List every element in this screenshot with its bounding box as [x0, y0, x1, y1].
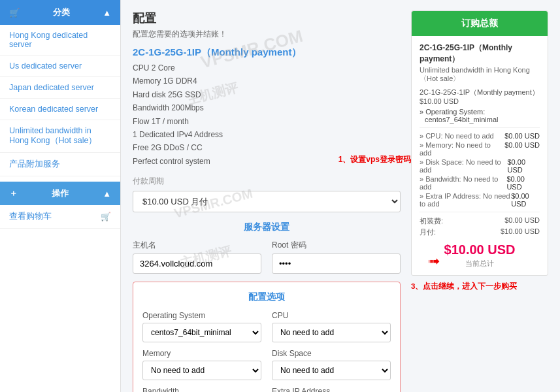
order-price-label: 2C-1G-25G-1IP（Monthly payment）	[420, 88, 539, 96]
order-os-value: centos7_64bit_minimal	[420, 116, 540, 123]
annotation-step3: 3、点击继续，进入下一步购买	[411, 281, 548, 292]
plus-icon: ＋	[9, 188, 18, 199]
spec-memory: Memory 1G DDR4	[133, 74, 401, 88]
config-options-title: 配置选项	[142, 291, 391, 303]
order-extra-ip-label: » Extra IP Address: No need to add	[420, 192, 511, 208]
main-content: VPSMR.COM 主机测评 VPSMR.COM 主机测评 配置 配置您需要的选…	[121, 0, 560, 392]
spec-control: Perfect control system	[133, 155, 401, 168]
sidebar-item-korean-dedicated[interactable]: Korean dedicated server	[0, 99, 120, 120]
order-monthly-label: 月付:	[420, 227, 436, 237]
order-body: 2C-1G-25G-1IP（Monthly payment） Unlimited…	[412, 36, 548, 275]
root-password-group: Root 密码 ➟	[272, 240, 401, 274]
order-disk-price: $0.00 USD	[507, 158, 540, 174]
sidebar-category-header: 🛒 分类 ▲	[0, 0, 120, 25]
order-price-value: $10.00 USD	[420, 97, 459, 105]
disk-label: Disk Space	[272, 349, 391, 358]
order-header: 订购总额	[412, 11, 548, 36]
order-setup-row: 初装费: $0.00 USD	[420, 216, 540, 226]
spec-ipv4: 1 Dedicated IPv4 Address	[133, 128, 401, 141]
order-bandwidth-line: » Bandwidth: No need to add $0.00 USD	[420, 175, 540, 191]
order-monthly-row: 月付: $10.00 USD	[420, 227, 540, 237]
order-monthly-value: $10.00 USD	[501, 227, 540, 237]
cpu-group: CPU No need to add	[272, 311, 391, 342]
order-memory-line: » Memory: No need to add $0.00 USD	[420, 141, 540, 157]
billing-period-label: 付款周期	[133, 176, 401, 187]
order-disk-label: » Disk Space: No need to add	[420, 158, 507, 174]
os-group: Operating System centos7_64bit_minimal	[142, 311, 261, 342]
billing-period-select[interactable]: $10.00 USD 月付	[133, 191, 401, 212]
cart-icon2: 🛒	[101, 212, 111, 221]
memory-select[interactable]: No need to add	[142, 361, 261, 380]
os-label: Operating System	[142, 311, 261, 320]
page-title: 配置	[133, 10, 401, 26]
order-total-label: 当前总计	[420, 259, 540, 269]
order-total: $10.00 USD	[420, 242, 540, 257]
sidebar-action-header: ＋ 操作 ▲	[0, 182, 120, 205]
order-product-name: 2C-1G-25G-1IP（Monthly payment）	[420, 42, 540, 65]
order-setup-label: 初装费:	[420, 216, 443, 226]
order-os-label: » Operating System:	[420, 108, 540, 116]
sidebar: 🛒 分类 ▲ Hong Kong dedicated server Us ded…	[0, 0, 121, 392]
spec-cpu: CPU 2 Core	[133, 61, 401, 74]
extra-ip-group: Extra IP Address No need to add	[272, 387, 391, 392]
memory-group: Memory No need to add	[142, 349, 261, 380]
hostname-input[interactable]	[133, 253, 261, 274]
spec-ddos: Free 2G DDoS / CC	[133, 141, 401, 154]
spec-disk: Hard disk 25G SSD	[133, 88, 401, 101]
hostname-label: 主机名	[133, 240, 261, 251]
cart-link-label: 查看购物车	[9, 211, 52, 222]
bandwidth-group: Bandwidth No need to add	[142, 387, 261, 392]
root-password-label: Root 密码	[272, 240, 401, 251]
cpu-select[interactable]: No need to add	[272, 323, 391, 342]
order-cpu-label: » CPU: No need to add	[420, 132, 494, 140]
order-memory-label: » Memory: No need to add	[420, 141, 504, 157]
order-bandwidth-price: $0.00 USD	[506, 175, 540, 191]
order-disk-line: » Disk Space: No need to add $0.00 USD	[420, 158, 540, 174]
config-row-mem-disk: Memory No need to add Disk Space No need…	[142, 349, 391, 380]
order-bandwidth-label: » Bandwidth: No need to add	[420, 175, 506, 191]
server-form-row: 主机名 Root 密码 ➟	[133, 240, 401, 274]
order-cpu-price: $0.00 USD	[504, 132, 540, 140]
config-row-os-cpu: Operating System centos7_64bit_minimal C…	[142, 311, 391, 342]
page-subtitle: 配置您需要的选项并结账！	[133, 29, 401, 40]
sidebar-cart-item[interactable]: 查看购物车 🛒	[0, 205, 120, 229]
spec-bandwidth: Bandwidth 200Mbps	[133, 101, 401, 114]
config-row-bw-ip: Bandwidth No need to add Extra IP Addres…	[142, 387, 391, 392]
os-select[interactable]: centos7_64bit_minimal	[142, 323, 261, 342]
sidebar-item-us-dedicated[interactable]: Us dedicated server	[0, 56, 120, 77]
cpu-label: CPU	[272, 311, 391, 320]
order-price-line: 2C-1G-25G-1IP（Monthly payment） $10.00 US…	[420, 88, 540, 105]
order-memory-price: $0.00 USD	[504, 141, 540, 157]
sidebar-item-hk-dedicated[interactable]: Hong Kong dedicated server	[0, 25, 120, 56]
hostname-group: 主机名	[133, 240, 261, 274]
order-panel: 订购总额 2C-1G-25G-1IP（Monthly payment） Unli…	[411, 10, 548, 392]
sidebar-item-unlimited-hk[interactable]: Unlimited bandwidth in Hong Kong（Hot sal…	[0, 120, 120, 153]
chevron-up-icon2: ▲	[103, 189, 111, 199]
memory-label: Memory	[142, 349, 261, 358]
cart-icon: 🛒	[9, 8, 20, 18]
sidebar-category-label: 分类	[53, 7, 70, 18]
disk-select[interactable]: No need to add	[272, 361, 391, 380]
order-product-sub: Unlimited bandwidth in Hong Kong 〈Hot sa…	[420, 66, 540, 84]
product-specs: CPU 2 Core Memory 1G DDR4 Hard disk 25G …	[133, 61, 401, 168]
order-cpu-line: » CPU: No need to add $0.00 USD	[420, 132, 540, 140]
sidebar-item-addon[interactable]: 产品附加服务	[0, 153, 120, 176]
chevron-up-icon: ▲	[103, 8, 111, 18]
root-password-input[interactable]	[272, 253, 401, 274]
product-title: 2C-1G-25G-1IP（Monthly payment）	[133, 46, 401, 59]
spec-flow: Flow 1T / month	[133, 115, 401, 128]
order-extra-ip-line: » Extra IP Address: No need to add $0.00…	[420, 192, 540, 208]
order-extra-ip-price: $0.00 USD	[511, 192, 540, 208]
order-setup-value: $0.00 USD	[504, 216, 540, 226]
server-settings-title: 服务器设置	[133, 221, 401, 233]
sidebar-item-japan-dedicated[interactable]: Japan dedicated server	[0, 77, 120, 99]
extra-ip-label: Extra IP Address	[272, 387, 391, 392]
disk-group: Disk Space No need to add	[272, 349, 391, 380]
bandwidth-label: Bandwidth	[142, 387, 261, 392]
config-options-section: 配置选项 Operating System centos7_64bit_mini…	[133, 282, 401, 392]
sidebar-action-label: 操作	[52, 188, 69, 199]
